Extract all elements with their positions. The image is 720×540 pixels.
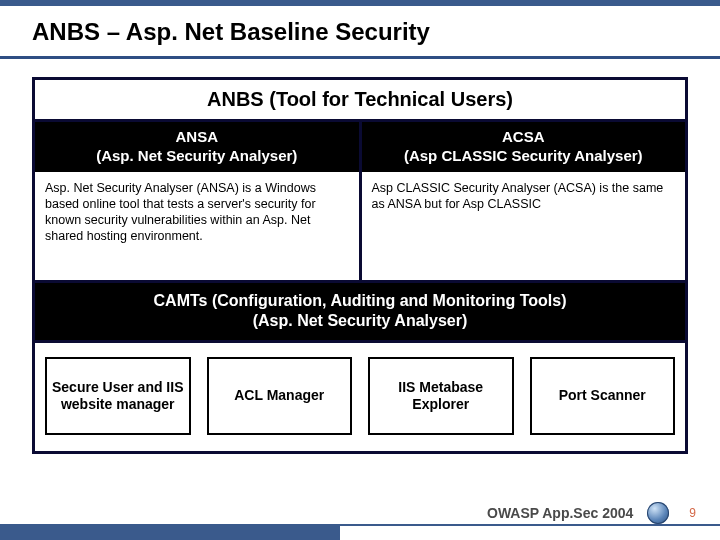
footer: OWASP App.Sec 2004 9 <box>0 524 720 540</box>
camts-line1: CAMTs (Configuration, Auditing and Monit… <box>41 291 679 312</box>
camts-banner: CAMTs (Configuration, Auditing and Monit… <box>35 280 685 344</box>
anbs-banner: ANBS (Tool for Technical Users) <box>35 80 685 122</box>
tool-acl-manager: ACL Manager <box>207 357 353 435</box>
tool-row: Secure User and IIS website manager ACL … <box>35 343 685 451</box>
ansa-head-line1: ANSA <box>39 128 355 147</box>
slide-title: ANBS – Asp. Net Baseline Security <box>0 6 720 56</box>
page-number: 9 <box>689 506 696 520</box>
ansa-body: Asp. Net Security Analyser (ANSA) is a W… <box>35 172 359 280</box>
acsa-head-line1: ACSA <box>366 128 682 147</box>
ansa-column: ANSA (Asp. Net Security Analyser) Asp. N… <box>35 122 362 280</box>
acsa-column: ACSA (Asp CLASSIC Security Analyser) Asp… <box>362 122 686 280</box>
title-rule <box>0 56 720 59</box>
acsa-body: Asp CLASSIC Security Analyser (ACSA) is … <box>362 172 686 280</box>
acsa-header: ACSA (Asp CLASSIC Security Analyser) <box>362 122 686 172</box>
footer-label: OWASP App.Sec 2004 <box>487 505 633 521</box>
main-box: ANBS (Tool for Technical Users) ANSA (As… <box>32 77 688 454</box>
camts-line2: (Asp. Net Security Analyser) <box>41 311 679 332</box>
footer-bar <box>0 526 340 540</box>
ansa-header: ANSA (Asp. Net Security Analyser) <box>35 122 359 172</box>
tool-secure-user: Secure User and IIS website manager <box>45 357 191 435</box>
footer-right: OWASP App.Sec 2004 9 <box>487 502 696 524</box>
tool-iis-metabase: IIS Metabase Explorer <box>368 357 514 435</box>
ansa-head-line2: (Asp. Net Security Analyser) <box>39 147 355 166</box>
two-columns: ANSA (Asp. Net Security Analyser) Asp. N… <box>35 122 685 280</box>
globe-icon <box>647 502 669 524</box>
tool-port-scanner: Port Scanner <box>530 357 676 435</box>
acsa-head-line2: (Asp CLASSIC Security Analyser) <box>366 147 682 166</box>
